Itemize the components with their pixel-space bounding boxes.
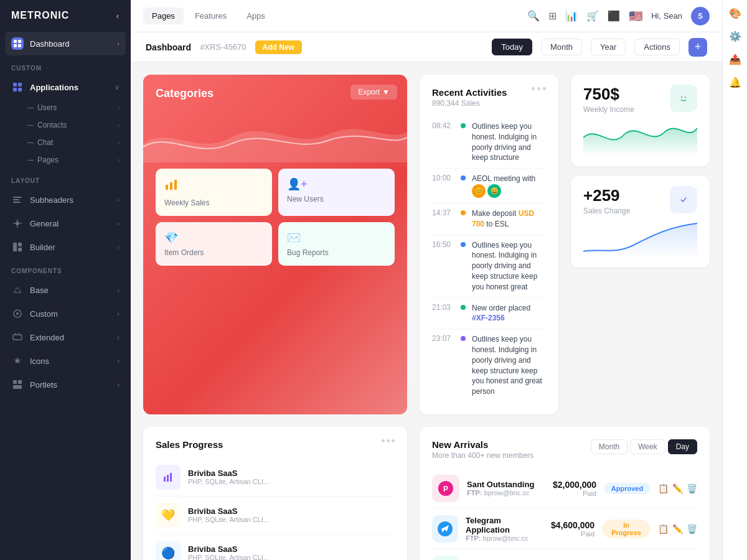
right-icons-panel: 🎨 ⚙️ 📤 🔔 xyxy=(722,0,747,560)
sidebar-item-pages[interactable]: Pages › xyxy=(0,151,131,169)
portlets-label: Portlets xyxy=(30,380,57,390)
flag-icon[interactable]: 🇺🇸 xyxy=(629,9,642,23)
sidebar-item-extended[interactable]: Extended › xyxy=(0,325,131,349)
grid-icon[interactable]: ⊞ xyxy=(548,10,557,22)
arrivals-tabs: Month Week Day xyxy=(591,439,697,454)
add-button[interactable]: + xyxy=(688,38,707,57)
sales-item-sub: PHP, SQLite, Artisan CLI... xyxy=(188,554,269,560)
content-area: Categories Export ▼ Weekly Sales xyxy=(131,62,722,560)
mini-card-new-users[interactable]: 👤+ New Users xyxy=(278,169,395,216)
subheaders-icon xyxy=(11,194,24,206)
svg-rect-24 xyxy=(170,182,172,190)
builder-icon xyxy=(11,241,24,253)
sidebar-item-users[interactable]: Users › xyxy=(0,99,131,116)
sidebar-item-contacts[interactable]: Contacts › xyxy=(0,116,131,134)
arrival-icon-bg xyxy=(432,556,459,560)
mini-card-item-orders[interactable]: 💎 Item Orders xyxy=(156,222,272,266)
chart-icon[interactable]: 📊 xyxy=(565,10,578,22)
cart-icon[interactable]: 🛒 xyxy=(586,10,599,22)
send-icon[interactable]: 📤 xyxy=(729,54,741,65)
tab-pages[interactable]: Pages xyxy=(143,7,184,24)
base-icon xyxy=(11,284,24,296)
year-button[interactable]: Year xyxy=(591,39,626,55)
sidebar-item-chat[interactable]: Chat › xyxy=(0,134,131,151)
svg-rect-10 xyxy=(13,202,21,203)
icons-chevron: › xyxy=(117,357,120,365)
arrival-price: $2,000,000 Paid xyxy=(553,480,596,497)
settings-icon[interactable]: ⚙️ xyxy=(729,30,741,42)
delete-icon[interactable]: 🗑️ xyxy=(687,483,697,493)
export-button[interactable]: Export ▼ xyxy=(350,85,397,100)
sidebar-item-icons[interactable]: Icons › xyxy=(0,349,131,373)
item-orders-icon: 💎 xyxy=(164,231,263,245)
stats-column: 750$ Weekly Income xyxy=(571,75,710,414)
svg-rect-3 xyxy=(18,44,21,47)
avatar1: 😊 xyxy=(472,184,486,198)
categories-card: Categories Export ▼ Weekly Sales xyxy=(143,75,407,414)
bell-icon[interactable]: 🔔 xyxy=(729,77,741,88)
add-new-button[interactable]: Add New xyxy=(255,40,302,54)
subheaders-label: Subheaders xyxy=(30,195,73,205)
day-tab[interactable]: Day xyxy=(668,439,697,454)
svg-point-11 xyxy=(16,222,19,225)
dashboard-icon xyxy=(11,37,24,50)
timeline-item: 16:50 Outlines keep you honest. Indulgin… xyxy=(432,235,546,298)
applications-label: Applications xyxy=(30,83,78,92)
month-tab[interactable]: Month xyxy=(591,439,627,454)
extended-chevron: › xyxy=(117,334,120,341)
sales-item: 🔵 Briviba SaaS PHP, SQLite, Artisan CLI.… xyxy=(156,534,395,560)
timeline-text: AEOL meeting with 😊 😄 xyxy=(472,174,546,198)
pages-label: Pages xyxy=(37,156,59,164)
sidebar: METRONIC ‹ Dashboard › CUSTOM Applicatio… xyxy=(0,0,131,560)
timeline-text: Outlines keep you honest. Indulging in p… xyxy=(472,240,546,292)
user-avatar[interactable]: S xyxy=(691,7,710,26)
sales-menu-dots[interactable] xyxy=(382,439,395,442)
collapse-icon[interactable]: ‹ xyxy=(116,11,120,21)
sidebar-item-portlets[interactable]: Portlets › xyxy=(0,373,131,396)
weekly-income-value: 750$ xyxy=(583,85,634,104)
dash-icon xyxy=(27,108,34,108)
mini-card-bug-reports[interactable]: ✉️ Bug Reports xyxy=(278,222,395,266)
svg-rect-30 xyxy=(170,473,172,482)
edit-icon[interactable]: ✏️ xyxy=(672,524,683,534)
sales-icon-bg: 💛 xyxy=(156,503,181,528)
export-label: Export xyxy=(358,88,380,96)
sidebar-item-dashboard[interactable]: Dashboard › xyxy=(5,32,126,55)
delete-icon[interactable]: 🗑️ xyxy=(687,524,697,534)
copy-icon[interactable]: 📋 xyxy=(658,483,669,493)
card-menu-dots[interactable] xyxy=(532,87,546,90)
sales-item-name: Briviba SaaS xyxy=(188,506,269,516)
search-icon[interactable]: 🔍 xyxy=(527,10,540,22)
actions-button[interactable]: Actions xyxy=(634,39,680,55)
arrival-actions: 📋 ✏️ 🗑️ xyxy=(658,524,697,534)
sidebar-dashboard-label: Dashboard xyxy=(30,39,70,49)
timeline-text: Outlines keep you honest. Indulging in p… xyxy=(472,334,546,397)
today-button[interactable]: Today xyxy=(492,39,532,55)
arrival-paid: Paid xyxy=(551,530,594,538)
sales-chart xyxy=(583,220,697,258)
week-tab[interactable]: Week xyxy=(630,439,665,454)
apps-icon[interactable]: ⬛ xyxy=(608,10,620,22)
activities-subtitle: 890,344 Sales xyxy=(432,99,507,108)
month-button[interactable]: Month xyxy=(541,39,582,55)
mini-card-weekly-sales[interactable]: Weekly Sales xyxy=(156,169,272,216)
sidebar-item-subheaders[interactable]: Subheaders › xyxy=(0,188,131,212)
wave-chart xyxy=(143,113,407,162)
sidebar-item-general[interactable]: General › xyxy=(0,212,131,235)
tab-features[interactable]: Features xyxy=(186,7,235,24)
custom-label: Custom xyxy=(30,309,58,319)
sidebar-item-builder[interactable]: Builder › xyxy=(0,235,131,259)
sales-emoji: 💛 xyxy=(161,508,175,522)
tab-apps[interactable]: Apps xyxy=(238,7,274,24)
edit-icon[interactable]: ✏️ xyxy=(672,483,683,493)
arrivals-list: P Sant Outstanding FTP: bprow@bnc.cc $2,… xyxy=(432,469,697,560)
sidebar-item-applications[interactable]: Applications ∨ xyxy=(0,75,131,99)
svg-rect-7 xyxy=(18,88,22,91)
sidebar-item-custom[interactable]: Custom › xyxy=(0,302,131,325)
copy-icon[interactable]: 📋 xyxy=(658,524,669,534)
sidebar-item-base[interactable]: Base › xyxy=(0,278,131,302)
sales-emoji: 🔵 xyxy=(161,546,175,560)
time: 23:07 xyxy=(432,334,454,343)
dot3 xyxy=(543,87,546,90)
palette-icon[interactable]: 🎨 xyxy=(729,7,741,19)
